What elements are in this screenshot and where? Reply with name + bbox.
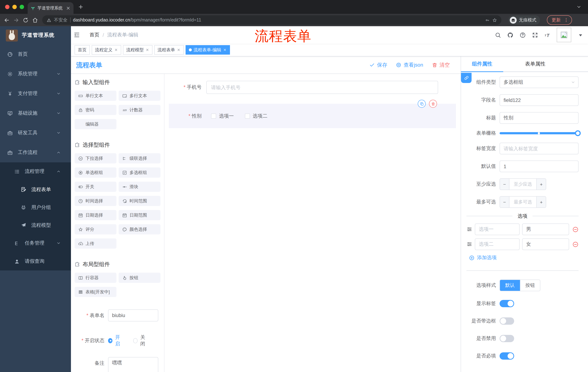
tag-close-icon[interactable] xyxy=(114,48,118,52)
palette-item-行容器[interactable]: 行容器 xyxy=(74,273,116,283)
plus-button[interactable]: + xyxy=(536,179,546,190)
home-button[interactable] xyxy=(32,17,38,23)
maximize-window-button[interactable] xyxy=(20,5,24,9)
gender-option-2-checkbox[interactable]: 选项二 xyxy=(245,113,267,119)
forward-button[interactable] xyxy=(13,17,19,23)
sidebar-item-流程模型[interactable]: 流程模型 xyxy=(0,216,71,234)
option-2-label-input[interactable] xyxy=(475,238,520,250)
palette-item-上传[interactable]: 上传 xyxy=(74,238,116,249)
macos-window-controls[interactable] xyxy=(5,5,24,9)
palette-item-编辑器[interactable]: 编辑器 xyxy=(74,119,116,129)
tag-close-icon[interactable] xyxy=(223,48,227,52)
breadcrumb-home[interactable]: 首页 xyxy=(90,32,99,38)
form-canvas[interactable]: 手机号 性别 选项 xyxy=(165,74,461,372)
avatar[interactable] xyxy=(557,28,571,42)
search-icon[interactable] xyxy=(495,32,501,38)
remove-option-icon[interactable] xyxy=(572,241,578,247)
palette-item-按钮[interactable]: 按钮 xyxy=(119,273,160,283)
save-button[interactable]: 保存 xyxy=(369,62,387,68)
form-name-input[interactable] xyxy=(108,309,158,321)
disabled-switch[interactable] xyxy=(500,335,514,342)
palette-item-表格[开发中][interactable]: 表格[开发中] xyxy=(74,287,116,297)
min-select-input[interactable] xyxy=(509,179,536,190)
bookmark-star-icon[interactable] xyxy=(492,18,497,22)
link-tab[interactable] xyxy=(461,73,472,83)
sidebar-item-请假查询[interactable]: 请假查询 xyxy=(0,252,71,270)
browser-menu-icon[interactable] xyxy=(564,18,569,22)
option-1-value-input[interactable] xyxy=(522,223,569,235)
palette-item-多行文本[interactable]: 多行文本 xyxy=(119,91,160,101)
palette-item-多选框组[interactable]: 多选框组 xyxy=(119,167,160,178)
status-on-radio[interactable]: 开启 xyxy=(108,334,124,347)
sidebar-logo[interactable]: 芋道管理系统 xyxy=(0,26,71,44)
sidebar-item-系统管理[interactable]: 系统管理 xyxy=(0,64,71,84)
github-icon[interactable] xyxy=(507,32,514,38)
drag-handle-icon[interactable] xyxy=(466,226,472,232)
required-switch[interactable] xyxy=(500,352,514,360)
palette-item-下拉选择[interactable]: 下拉选择 xyxy=(74,153,116,163)
option-2-value-input[interactable] xyxy=(522,238,569,250)
style-default-button[interactable]: 默认 xyxy=(500,280,520,291)
phone-field[interactable]: 手机号 xyxy=(169,81,456,94)
max-select-input[interactable] xyxy=(509,197,536,207)
tab-form-props[interactable]: 表单属性 xyxy=(503,56,567,71)
option-1-label-input[interactable] xyxy=(475,223,520,235)
remove-option-icon[interactable] xyxy=(572,226,578,233)
palette-item-单选框组[interactable]: 单选框组 xyxy=(74,167,116,178)
clear-button[interactable]: 清空 xyxy=(432,62,450,68)
tag-item[interactable]: 流程定义 xyxy=(92,45,121,55)
new-tab-button[interactable] xyxy=(78,4,84,10)
palette-item-单行文本[interactable]: 单行文本 xyxy=(74,91,116,101)
drag-handle-icon[interactable] xyxy=(466,241,472,247)
tab-close-icon[interactable] xyxy=(66,6,71,10)
copy-widget-button[interactable] xyxy=(418,100,426,108)
minus-button[interactable]: − xyxy=(500,179,509,190)
phone-field-input[interactable] xyxy=(206,81,438,94)
sidebar-item-流程表单[interactable]: 流程表单 xyxy=(0,181,71,198)
palette-item-时间范围[interactable]: 时间范围 xyxy=(119,196,160,206)
sidebar-collapse-icon[interactable] xyxy=(74,32,80,38)
form-remark-textarea[interactable]: 嘿嘿 xyxy=(108,357,158,372)
min-select-stepper[interactable]: − + xyxy=(500,178,546,190)
style-button-button[interactable]: 按钮 xyxy=(520,280,540,291)
avatar-caret-icon[interactable] xyxy=(578,32,584,38)
slider-handle[interactable] xyxy=(575,130,581,136)
border-switch[interactable] xyxy=(500,317,514,325)
help-icon[interactable] xyxy=(520,32,526,38)
sidebar-item-首页[interactable]: 首页 xyxy=(0,44,71,64)
palette-item-开关[interactable]: 开关 xyxy=(74,182,116,192)
tab-component-props[interactable]: 组件属性 xyxy=(461,56,503,71)
browser-update-button[interactable]: 更新 xyxy=(547,15,572,25)
palette-item-评分[interactable]: 评分 xyxy=(74,224,116,234)
minus-button[interactable]: − xyxy=(500,197,509,207)
gender-option-1-checkbox[interactable]: 选项一 xyxy=(211,113,234,119)
tag-item[interactable]: 流程表单 xyxy=(154,45,184,55)
max-select-stepper[interactable]: − + xyxy=(500,196,546,208)
tab-overflow-icon[interactable] xyxy=(576,4,581,10)
back-button[interactable] xyxy=(4,17,10,23)
sidebar-item-用户分组[interactable]: 用户分组 xyxy=(0,198,71,216)
plus-button[interactable]: + xyxy=(536,197,546,207)
status-off-radio[interactable]: 关闭 xyxy=(133,334,149,347)
sidebar-item-流程管理[interactable]: 流程管理 xyxy=(0,162,71,181)
gender-field-selected[interactable]: 性别 选项一 选项二 xyxy=(169,104,456,128)
title-input[interactable] xyxy=(500,112,578,124)
tag-item[interactable]: 首页 xyxy=(74,45,90,55)
add-option-button[interactable]: 添加选项 xyxy=(469,255,588,261)
reload-button[interactable] xyxy=(22,17,29,23)
delete-widget-button[interactable] xyxy=(429,100,437,108)
password-manager-icon[interactable] xyxy=(485,18,490,22)
palette-item-计数器[interactable]: 123计数器 xyxy=(119,105,160,115)
palette-item-密码[interactable]: 密码 xyxy=(74,105,116,115)
palette-item-颜色选择[interactable]: 颜色选择 xyxy=(119,224,160,234)
palette-item-滑块[interactable]: 滑块 xyxy=(119,182,160,192)
palette-item-日期选择[interactable]: 日期选择 xyxy=(74,210,116,220)
tag-item[interactable]: 流程表单-编辑 xyxy=(186,45,230,55)
component-type-select[interactable]: 多选框组 xyxy=(500,76,578,88)
palette-item-级联选择[interactable]: 级联选择 xyxy=(119,153,160,163)
default-value-input[interactable] xyxy=(500,160,578,172)
sidebar-item-工作流程[interactable]: 工作流程 xyxy=(0,143,71,162)
close-window-button[interactable] xyxy=(5,5,10,9)
fullscreen-icon[interactable] xyxy=(532,32,538,38)
tag-close-icon[interactable] xyxy=(146,48,149,52)
